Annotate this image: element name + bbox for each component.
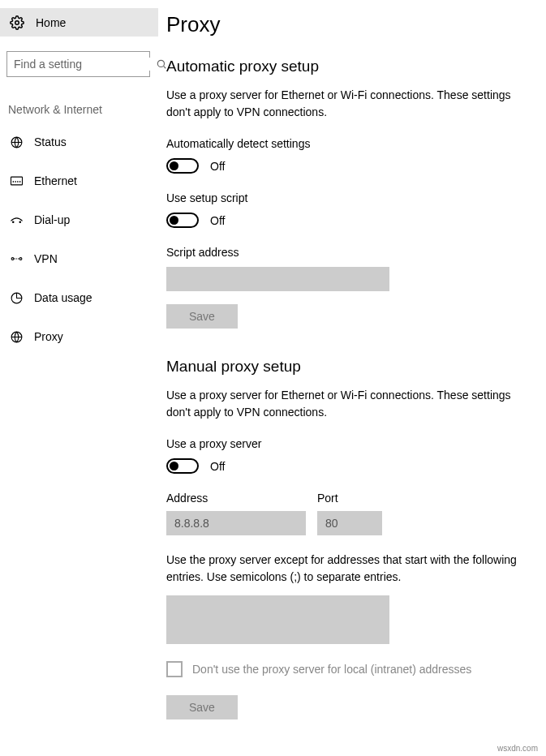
sidebar-home[interactable]: Home (0, 8, 158, 37)
script-label: Use setup script (166, 191, 530, 204)
detect-label: Automatically detect settings (166, 137, 530, 150)
auto-heading: Automatic proxy setup (166, 58, 530, 75)
sidebar-item-label: Data usage (34, 291, 92, 304)
script-addr-label: Script address (166, 246, 530, 259)
sidebar-item-dialup[interactable]: Dial-up (0, 200, 158, 239)
gear-icon (10, 15, 24, 30)
sidebar-home-label: Home (36, 16, 66, 29)
sidebar-item-label: VPN (34, 252, 58, 265)
sidebar-item-label: Status (34, 135, 67, 148)
sidebar-item-status[interactable]: Status (0, 122, 158, 161)
svg-point-13 (19, 258, 22, 260)
port-label: Port (317, 492, 382, 505)
svg-point-11 (19, 221, 20, 222)
use-proxy-toggle[interactable] (166, 458, 199, 474)
auto-save-button[interactable]: Save (166, 304, 238, 329)
search-box[interactable] (6, 51, 150, 77)
ethernet-icon (10, 175, 28, 187)
auto-desc: Use a proxy server for Ethernet or Wi-Fi… (166, 87, 530, 121)
sidebar-item-datausage[interactable]: Data usage (0, 278, 158, 317)
dialup-icon (10, 215, 28, 225)
svg-point-10 (13, 221, 14, 222)
proxy-icon (10, 330, 28, 344)
watermark: wsxdn.com (497, 744, 538, 753)
bypass-local-label: Don't use the proxy server for local (in… (192, 663, 471, 676)
address-label: Address (166, 492, 306, 505)
sidebar-item-ethernet[interactable]: Ethernet (0, 161, 158, 200)
svg-point-0 (15, 20, 19, 24)
svg-point-12 (11, 258, 14, 260)
page-title: Proxy (166, 12, 530, 37)
script-state: Off (210, 214, 225, 227)
script-address-input[interactable] (166, 267, 389, 291)
sidebar-item-label: Ethernet (34, 174, 77, 187)
sidebar: Home Network & Internet Status Ethernet … (0, 0, 158, 756)
sidebar-item-label: Proxy (34, 330, 63, 343)
data-usage-icon (10, 291, 28, 305)
manual-desc: Use a proxy server for Ethernet or Wi-Fi… (166, 387, 530, 421)
manual-heading: Manual proxy setup (166, 358, 530, 376)
sidebar-item-label: Dial-up (34, 213, 70, 226)
manual-save-button[interactable]: Save (166, 695, 238, 719)
except-input[interactable] (166, 595, 389, 644)
detect-state: Off (210, 160, 225, 173)
sidebar-item-proxy[interactable]: Proxy (0, 317, 158, 356)
status-icon (10, 135, 28, 149)
svg-rect-5 (11, 177, 23, 185)
use-proxy-label: Use a proxy server (166, 437, 530, 450)
main-content: Proxy Automatic proxy setup Use a proxy … (158, 0, 546, 756)
search-input[interactable] (14, 58, 156, 71)
use-proxy-state: Off (210, 460, 225, 473)
except-desc: Use the proxy server except for addresse… (166, 552, 530, 586)
detect-toggle[interactable] (166, 158, 199, 174)
port-input[interactable] (317, 511, 382, 535)
vpn-icon (10, 254, 28, 264)
sidebar-category: Network & Internet (0, 77, 158, 122)
sidebar-item-vpn[interactable]: VPN (0, 239, 158, 278)
address-input[interactable] (166, 511, 306, 535)
script-toggle[interactable] (166, 213, 199, 228)
bypass-local-checkbox[interactable] (166, 661, 183, 677)
